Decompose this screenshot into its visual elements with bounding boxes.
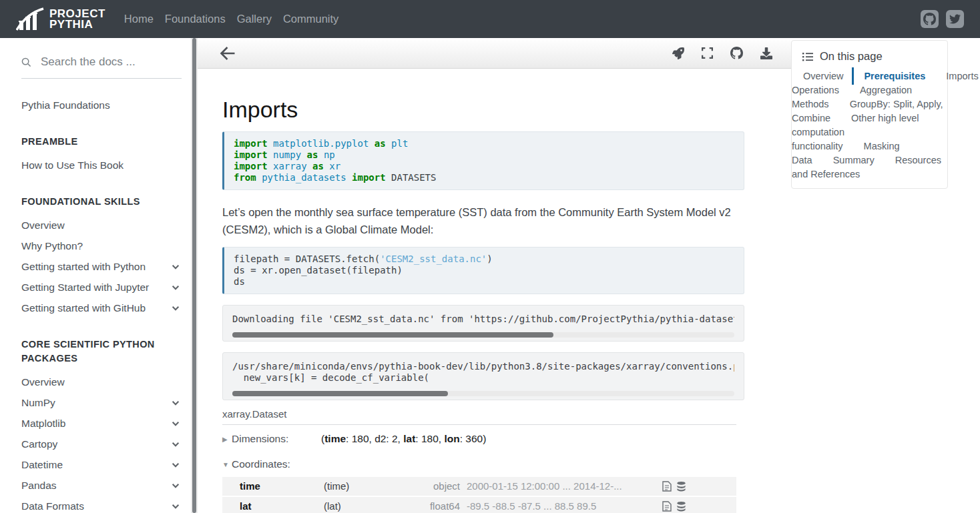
navbar-link[interactable]: Foundations <box>165 13 226 25</box>
sidebar-item-label: Getting started with Python <box>21 260 146 274</box>
navbar-link[interactable]: Community <box>283 13 338 25</box>
sidebar-link-pandas[interactable]: Pandas <box>0 475 198 496</box>
sidebar-link-how-to-use-this-book[interactable]: How to Use This Book <box>0 155 198 175</box>
sidebar-item-label: Datetime <box>21 458 63 472</box>
sidebar-item-label: Overview <box>21 375 65 389</box>
brand-line2: PYTHIA <box>49 19 105 30</box>
sidebar-item-label: PREAMBLE <box>21 135 78 149</box>
coord-dtype: float64 <box>399 500 460 512</box>
sidebar-item-label: Matplotlib <box>21 416 65 430</box>
xarray-dataset-repr: xarray.Dataset ▶ Dimensions: (time: 180,… <box>222 408 736 513</box>
code-cell-open-dataset: filepath = DATASETS.fetch('CESM2_sst_dat… <box>222 247 744 294</box>
dimensions-value: (time: 180, d2: 2, lat: 180, lon: 360) <box>321 433 486 445</box>
sidebar-link-pythia-foundations[interactable]: Pythia Foundations <box>0 95 198 115</box>
search-input[interactable] <box>41 55 168 69</box>
attributes-file-icon[interactable] <box>662 481 672 492</box>
sidebar-item-label: CORE SCIENTIFIC PYTHON PACKAGES <box>21 338 180 366</box>
download-icon[interactable] <box>760 47 772 59</box>
sidebar-link-data-formats[interactable]: Data Formats <box>0 496 198 513</box>
coord-preview: -89.5 -88.5 -87.5 ... 88.5 89.5 <box>467 500 662 512</box>
output-hscrollbar-track <box>232 332 734 338</box>
dataset-dimensions-section: ▶ Dimensions: (time: 180, d2: 2, lat: 18… <box>222 433 736 445</box>
sidebar-link-overview-packages[interactable]: Overview <box>0 372 198 392</box>
output-warning: /usr/share/miniconda/envs/pythia-book-de… <box>222 352 744 400</box>
search-icon <box>21 57 31 67</box>
triangle-down-icon[interactable]: ▼ <box>222 458 232 470</box>
chevron-down-icon <box>171 502 180 511</box>
output-hscrollbar-track <box>232 391 734 396</box>
code-cell-imports: import matplotlib.pyplot as pltimport nu… <box>222 131 744 190</box>
triangle-right-icon[interactable]: ▶ <box>222 433 232 445</box>
sidebar-item-label: Pandas <box>21 478 57 492</box>
chevron-down-icon <box>171 460 180 470</box>
sidebar-item-label: Getting Started with Jupyter <box>21 280 149 294</box>
coord-name: time <box>240 480 324 492</box>
chevron-down-icon <box>171 304 180 313</box>
time[interactable]: time (time) object 2000-01-15 12:00:00 .… <box>222 477 736 496</box>
coord-preview: 2000-01-15 12:00:00 ... 2014-12-... <box>467 480 662 492</box>
coordinates-table: time (time) object 2000-01-15 12:00:00 .… <box>222 477 736 513</box>
project-pythia-logo[interactable]: PROJECT PYTHIA <box>16 7 105 32</box>
output-text: /usr/share/miniconda/envs/pythia-book-de… <box>232 361 734 384</box>
navbar-link[interactable]: Home <box>124 13 154 25</box>
toc-list-icon <box>802 52 813 61</box>
left-sidebar: Pythia Foundations PREAMBLE How to Use T… <box>0 38 198 513</box>
output-text: Downloading file 'CESM2_sst_data.nc' fro… <box>232 314 734 326</box>
sidebar-link-getting-started-jupyter[interactable]: Getting Started with Jupyter <box>0 277 198 298</box>
dataset-title: xarray.Dataset <box>222 408 736 420</box>
page-toolbar <box>198 38 791 69</box>
chevron-down-icon <box>171 398 180 408</box>
data-database-icon[interactable] <box>676 481 686 492</box>
sidebar-link-why-python[interactable]: Why Python? <box>0 235 198 256</box>
sidebar-item-label: Cartopy <box>21 437 57 451</box>
github-source-icon[interactable] <box>730 47 743 59</box>
sidebar-link-matplotlib[interactable]: Matplotlib <box>0 413 198 434</box>
sidebar-item-label: Data Formats <box>21 499 84 513</box>
search-box[interactable] <box>21 55 182 79</box>
coordinates-label[interactable]: Coordinates: <box>232 458 321 470</box>
coord-name: lat <box>240 500 324 512</box>
page-title: Imports <box>222 97 744 123</box>
sidebar-link-getting-started-github[interactable]: Getting started with GitHub <box>0 298 198 318</box>
sidebar-scrollbar-thumb[interactable] <box>192 38 196 513</box>
coord-dims: (time) <box>324 480 399 492</box>
data-database-icon[interactable] <box>676 501 686 512</box>
sidebar-caption-core-scientific-python-packages: CORE SCIENTIFIC PYTHON PACKAGES <box>0 334 198 369</box>
sidebar-link-overview-skills[interactable]: Overview <box>0 215 198 235</box>
back-button[interactable] <box>220 46 236 61</box>
navbar-link[interactable]: Gallery <box>237 13 272 25</box>
toc-title: On this page <box>820 50 883 63</box>
attributes-file-icon[interactable] <box>662 501 672 512</box>
github-icon[interactable] <box>921 10 939 28</box>
lat[interactable]: lat (lat) float64 -89.5 -88.5 -87.5 ... … <box>222 497 736 513</box>
intro-paragraph: Let’s open the monthly sea surface tempe… <box>222 203 736 238</box>
output-hscrollbar-thumb[interactable] <box>232 332 553 338</box>
coord-dims: (lat) <box>324 500 399 512</box>
sidebar-link-numpy[interactable]: NumPy <box>0 392 198 413</box>
launch-rocket-icon[interactable] <box>672 47 684 59</box>
output-hscrollbar-thumb[interactable] <box>232 391 448 396</box>
navbar-links: HomeFoundationsGalleryCommunity <box>124 13 339 25</box>
chevron-down-icon <box>171 419 180 428</box>
dimensions-label[interactable]: Dimensions: <box>232 433 321 445</box>
sidebar-item-label: NumPy <box>21 396 55 410</box>
twitter-icon[interactable] <box>946 10 964 28</box>
coord-dtype: object <box>399 480 460 492</box>
output-download: Downloading file 'CESM2_sst_data.nc' fro… <box>222 305 744 342</box>
sidebar-link-getting-started-python[interactable]: Getting started with Python <box>0 256 198 277</box>
sidebar-link-datetime[interactable]: Datetime <box>0 454 198 475</box>
chevron-down-icon <box>171 283 180 292</box>
sidebar-caption-preamble: PREAMBLE <box>0 131 198 152</box>
sidebar-link-cartopy[interactable]: Cartopy <box>0 434 198 454</box>
chevron-down-icon <box>171 262 180 272</box>
sidebar-item-label: Pythia Foundations <box>21 98 110 112</box>
dataset-divider <box>222 424 736 425</box>
fullscreen-icon[interactable] <box>702 47 713 59</box>
sidebar-item-label: Overview <box>21 218 65 232</box>
chevron-down-icon <box>171 481 180 490</box>
sidebar-nav: Pythia Foundations PREAMBLE How to Use T… <box>0 95 198 513</box>
pythia-temple-icon <box>16 7 44 32</box>
toc-list: OverviewPrerequisitesImportsArithmetic O… <box>792 69 947 181</box>
toc-item-imports[interactable]: Imports <box>934 67 980 85</box>
article-content: Imports import matplotlib.pyplot as plti… <box>198 97 791 513</box>
